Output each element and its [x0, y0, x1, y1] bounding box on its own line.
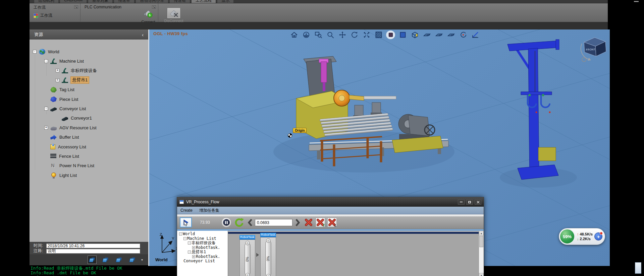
box-view-icon[interactable] [410, 30, 419, 39]
rotate-icon[interactable] [350, 30, 359, 39]
tree-item[interactable]: Piece List [30, 94, 148, 104]
layer-button-4[interactable] [128, 256, 137, 264]
tree-item[interactable]: Buffer List [30, 133, 148, 142]
note-field[interactable] [46, 249, 140, 254]
tree-item[interactable]: Light List [30, 170, 148, 180]
expander-icon[interactable]: + [56, 69, 59, 72]
menu-tab-3[interactable]: 基本对象 [88, 0, 112, 3]
tree-item[interactable]: +悬臂吊1 [30, 75, 148, 85]
process-tree-item[interactable]: +RobotTask. [178, 255, 228, 259]
menu-tab-8[interactable]: 显示 [217, 0, 233, 3]
step-forward-chevron[interactable] [295, 218, 300, 228]
tree-item[interactable]: +非标焊接设备 [30, 66, 148, 75]
process-tree-item[interactable]: -悬臂吊1 [178, 250, 228, 255]
expander-icon[interactable]: - [179, 232, 182, 235]
pan-icon[interactable] [338, 30, 347, 39]
disconnect-button[interactable]: DisConnect [161, 8, 186, 23]
window-minimize-icon[interactable] [634, 1, 639, 2]
expander-icon[interactable]: - [188, 242, 191, 245]
navigation-cube[interactable]: FRONT [579, 34, 610, 64]
connect-button[interactable]: Connect [138, 9, 159, 24]
time-field[interactable] [46, 244, 140, 248]
menu-tab-6[interactable]: 传送链 [170, 0, 190, 3]
process-tree-item[interactable]: Conveyor List [178, 259, 228, 264]
process-tree-item[interactable]: -World [178, 232, 228, 236]
task-timeline-area[interactable]: RobotTask.00%0RobotTask.00%0 ▲ ▼ [228, 231, 484, 276]
network-performance-badge[interactable]: 59% ↑48.5K/s ↓2.2K/s + [559, 228, 605, 245]
minimize-button[interactable] [458, 200, 465, 205]
process-window-titlebar[interactable]: VR_Process_Flow [177, 197, 484, 207]
clip-plane-z-icon[interactable] [446, 30, 455, 39]
menu-tab-1[interactable]: 运动机构 [34, 0, 58, 3]
expander-icon[interactable]: + [56, 78, 59, 82]
menu-tab-5[interactable]: 自动导向小车 [136, 0, 168, 3]
tree-item[interactable]: Power N Free List [30, 161, 148, 170]
tree-item[interactable]: Accessory List [30, 142, 148, 151]
scrollbar-thumb[interactable] [479, 236, 483, 247]
expander-icon[interactable]: - [183, 237, 186, 240]
clip-plane-y-icon[interactable] [434, 30, 443, 39]
delete-task-button-3[interactable]: L [327, 218, 337, 227]
task-start-knob[interactable]: 0 [245, 241, 250, 245]
measure-icon[interactable] [471, 30, 480, 39]
expander-icon[interactable]: - [44, 107, 48, 111]
scroll-up-icon[interactable]: ▲ [479, 231, 484, 235]
plus-button[interactable]: + [594, 232, 602, 240]
task-block[interactable]: RobotTask.00%0 [239, 235, 255, 276]
fit-icon[interactable] [362, 30, 371, 39]
solid-view-icon[interactable] [398, 30, 407, 39]
process-tree-item[interactable]: +RobotTask. [178, 246, 228, 250]
menu-tab-4[interactable]: 传送带 [114, 0, 134, 3]
task-end-knob[interactable]: 0 [266, 274, 270, 276]
layer-button-2[interactable] [101, 256, 110, 264]
process-tree-item[interactable]: -非标焊接设备 [178, 241, 228, 246]
close-button[interactable] [475, 200, 481, 205]
menu-item-add-taskset[interactable]: 增加任务集 [199, 208, 219, 213]
tree-item[interactable]: -Machine List [30, 56, 148, 66]
tree-item[interactable]: +AGV Resource List [30, 123, 148, 132]
dialog-launcher-icon[interactable]: ↘ [152, 5, 156, 9]
origin-point-marker[interactable] [288, 133, 292, 138]
tree-item[interactable]: Tag List [30, 85, 148, 94]
maximize-button[interactable] [466, 200, 473, 205]
shaded-view-icon[interactable] [386, 30, 395, 39]
zoom-icon[interactable] [326, 30, 335, 39]
layer-button-1[interactable] [88, 256, 97, 264]
workflow-button[interactable]: 工作流 [34, 13, 52, 18]
tree-item[interactable]: Conveyor1 [30, 114, 148, 123]
hatch-icon[interactable] [374, 30, 383, 39]
task-start-knob[interactable]: 0 [266, 238, 270, 243]
expander-icon[interactable]: + [192, 246, 195, 249]
expander-icon[interactable]: + [44, 126, 48, 130]
layer-button-3[interactable] [114, 256, 123, 264]
tree-item[interactable]: -World [30, 47, 148, 56]
home-icon[interactable] [289, 30, 299, 39]
collapse-arrow-icon[interactable]: ‹ [142, 32, 144, 38]
delete-task-button-1[interactable] [304, 218, 313, 227]
expander-icon[interactable]: - [44, 59, 48, 63]
dialog-launcher-icon[interactable]: ↘ [74, 5, 78, 9]
tree-item[interactable]: Fence List [30, 151, 148, 161]
step-value-input[interactable] [255, 219, 292, 226]
pause-button[interactable] [221, 217, 231, 227]
task-block[interactable]: RobotTask.00%0 [260, 233, 276, 276]
menu-item-create[interactable]: Create [180, 208, 193, 213]
tree-item[interactable]: -Conveyor List [30, 104, 148, 113]
clip-plane-x-icon[interactable] [422, 30, 431, 39]
step-back-chevron[interactable] [248, 218, 253, 228]
zoom-window-icon[interactable] [314, 30, 323, 39]
expander-icon[interactable]: - [188, 251, 191, 254]
expander-icon[interactable]: + [192, 255, 195, 258]
dropdown-caret-icon[interactable]: ▾ [141, 258, 143, 262]
process-tree-item[interactable]: -Machine List [178, 236, 228, 241]
expander-icon[interactable]: - [33, 50, 37, 54]
orbit-icon[interactable] [302, 30, 311, 39]
loop-button[interactable] [234, 217, 244, 227]
task-scrollbar[interactable]: ▲ ▼ [479, 231, 484, 276]
menu-tab-2[interactable]: CAD/CAM [60, 0, 87, 3]
task-end-knob[interactable]: 0 [245, 273, 250, 276]
scroll-down-icon[interactable]: ▼ [479, 273, 484, 276]
rotate-center-icon[interactable] [459, 30, 468, 39]
menu-tab-7[interactable]: 工艺流程 [192, 0, 216, 3]
delete-task-button-2[interactable]: T [316, 218, 325, 227]
